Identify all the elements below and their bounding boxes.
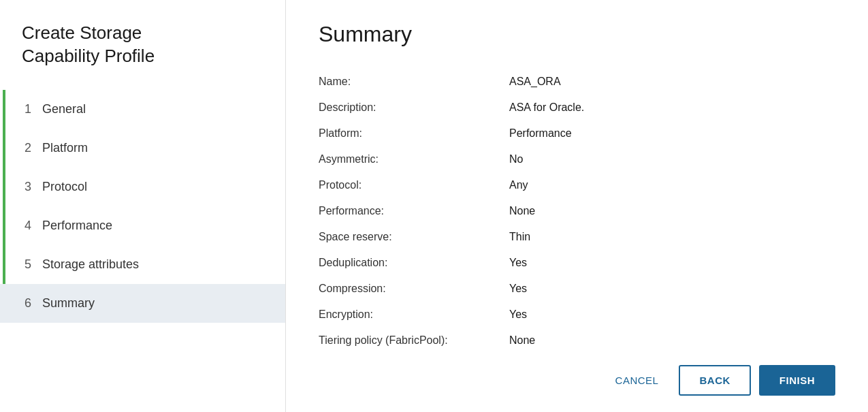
summary-value-8: Yes bbox=[509, 276, 835, 302]
nav-step-4[interactable]: 4Performance bbox=[0, 206, 285, 245]
summary-value-7: Yes bbox=[509, 250, 835, 276]
step-number-6: 6 bbox=[25, 296, 31, 311]
summary-value-3: No bbox=[509, 146, 835, 172]
summary-label-5: Performance: bbox=[319, 198, 509, 224]
summary-value-1: ASA for Oracle. bbox=[509, 95, 835, 121]
step-label-6: Summary bbox=[42, 296, 95, 311]
finish-button[interactable]: FINISH bbox=[759, 365, 835, 396]
summary-value-0: ASA_ORA bbox=[509, 69, 835, 95]
summary-value-5: None bbox=[509, 198, 835, 224]
step-label-2: Platform bbox=[42, 141, 88, 155]
summary-label-1: Description: bbox=[319, 95, 509, 121]
sidebar: Create StorageCapability Profile 1Genera… bbox=[0, 0, 286, 412]
step-label-3: Protocol bbox=[42, 180, 87, 194]
step-label-5: Storage attributes bbox=[42, 257, 139, 272]
nav-step-2[interactable]: 2Platform bbox=[0, 129, 285, 168]
step-number-2: 2 bbox=[25, 141, 31, 155]
summary-label-2: Platform: bbox=[319, 121, 509, 146]
page-title: Summary bbox=[319, 22, 835, 47]
step-number-1: 1 bbox=[25, 102, 31, 116]
nav-step-6[interactable]: 6Summary bbox=[0, 284, 285, 323]
step-number-3: 3 bbox=[25, 180, 31, 194]
summary-label-7: Deduplication: bbox=[319, 250, 509, 276]
sidebar-title: Create StorageCapability Profile bbox=[0, 22, 285, 90]
summary-value-6: Thin bbox=[509, 224, 835, 250]
summary-value-2: Performance bbox=[509, 121, 835, 146]
content-area: Summary Name:ASA_ORADescription:ASA for … bbox=[286, 0, 868, 354]
summary-label-8: Compression: bbox=[319, 276, 509, 302]
summary-value-10: None bbox=[509, 328, 835, 353]
summary-label-10: Tiering policy (FabricPool): bbox=[319, 328, 509, 353]
main-content: Summary Name:ASA_ORADescription:ASA for … bbox=[286, 0, 868, 412]
summary-value-4: Any bbox=[509, 172, 835, 198]
summary-value-9: Yes bbox=[509, 302, 835, 328]
nav-step-5[interactable]: 5Storage attributes bbox=[0, 245, 285, 284]
summary-label-0: Name: bbox=[319, 69, 509, 95]
nav-step-3[interactable]: 3Protocol bbox=[0, 168, 285, 206]
summary-label-6: Space reserve: bbox=[319, 224, 509, 250]
summary-table: Name:ASA_ORADescription:ASA for Oracle.P… bbox=[319, 69, 835, 353]
footer: CANCEL BACK FINISH bbox=[286, 354, 868, 412]
back-button[interactable]: BACK bbox=[679, 365, 750, 396]
summary-label-9: Encryption: bbox=[319, 302, 509, 328]
nav-steps: 1General2Platform3Protocol4Performance5S… bbox=[0, 90, 285, 412]
step-number-5: 5 bbox=[25, 257, 31, 272]
summary-label-4: Protocol: bbox=[319, 172, 509, 198]
nav-step-1[interactable]: 1General bbox=[0, 90, 285, 129]
step-label-1: General bbox=[42, 102, 86, 116]
cancel-button[interactable]: CANCEL bbox=[602, 366, 671, 394]
summary-label-3: Asymmetric: bbox=[319, 146, 509, 172]
step-label-4: Performance bbox=[42, 219, 112, 233]
step-number-4: 4 bbox=[25, 219, 31, 233]
